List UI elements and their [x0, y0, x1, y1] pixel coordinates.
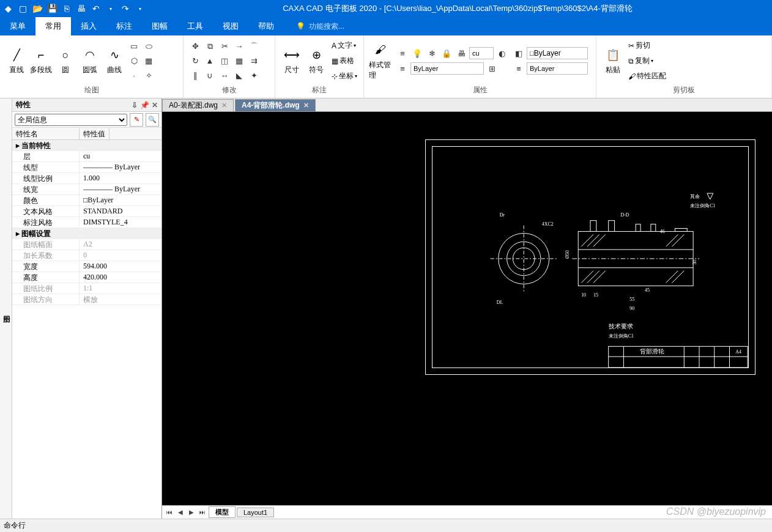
menu-common[interactable]: 常用 [35, 17, 71, 35]
tab-close-icon[interactable]: ✕ [221, 102, 227, 109]
filter-btn1[interactable]: ✎ [130, 113, 143, 127]
print-icon[interactable]: 🖶 [76, 3, 87, 14]
redo-icon[interactable]: ↷ [120, 3, 131, 14]
property-row[interactable]: 颜色□ByLayer [12, 195, 161, 206]
rect-icon[interactable]: ▭ [127, 40, 141, 53]
rotate-icon[interactable]: ↻ [188, 54, 202, 68]
trim-icon[interactable]: ✂ [218, 40, 231, 53]
array-icon[interactable]: ▦ [232, 54, 246, 68]
property-row[interactable]: 线型———— ByLayer [12, 162, 161, 173]
line-button[interactable]: ╱直线 [5, 40, 28, 83]
last-icon[interactable]: ⏭ [198, 508, 207, 517]
coord-button[interactable]: ⊹坐标▾ [332, 70, 357, 83]
property-row[interactable]: 层cu [12, 151, 161, 162]
new-icon[interactable]: ▢ [17, 3, 28, 14]
l4-icon[interactable]: 🖶 [455, 46, 468, 60]
break-icon[interactable]: ‖ [188, 69, 202, 83]
stretch-icon[interactable]: ↔ [218, 69, 231, 83]
poly-icon[interactable]: ⬡ [127, 54, 141, 68]
hatch-icon[interactable]: ▦ [142, 54, 155, 68]
property-row[interactable]: 宽度594.000 [12, 261, 161, 272]
lt2-icon[interactable]: ⊞ [485, 62, 499, 75]
l2-icon[interactable]: ❄ [425, 46, 439, 60]
linetype-combo[interactable]: ByLayer [410, 62, 484, 75]
save-icon[interactable]: 💾 [46, 3, 58, 14]
property-row[interactable]: 图纸方向横放 [12, 294, 161, 305]
text-button[interactable]: A文字▾ [332, 39, 357, 53]
point-icon[interactable]: · [127, 69, 141, 83]
tab-close-icon[interactable]: ✕ [303, 102, 309, 109]
explode-icon[interactable]: ✦ [247, 69, 261, 83]
doc-tab-0[interactable]: A0-装配图.dwg✕ [162, 99, 234, 111]
property-row[interactable]: 线宽———— ByLayer [12, 184, 161, 195]
layer-combo[interactable]: cu [469, 47, 494, 59]
arc-button[interactable]: ◠圆弧 [78, 40, 102, 83]
table-button[interactable]: ▦表格 [332, 54, 357, 68]
polyline-button[interactable]: ⌐多段线 [29, 40, 53, 83]
pin-icon[interactable]: ⇩ [132, 101, 138, 109]
property-row[interactable]: 高度420.000 [12, 272, 161, 283]
drawing-canvas[interactable]: Dr DL 4XC2 [162, 112, 772, 505]
property-row[interactable]: 图纸比例1:1 [12, 283, 161, 294]
fillet-icon[interactable]: ⌒ [247, 40, 261, 53]
layout-1[interactable]: Layout1 [237, 508, 274, 517]
menu-view[interactable]: 视图 [213, 17, 248, 35]
dimension-button[interactable]: ⟷尺寸 [280, 40, 303, 83]
paste-button[interactable]: 📋粘贴 [601, 40, 625, 83]
style-manager-button[interactable]: 🖌样式管理 [369, 40, 392, 83]
offset-icon[interactable]: ⇉ [247, 54, 261, 68]
prev-icon[interactable]: ◀ [176, 508, 185, 517]
match-button[interactable]: 🖌特性匹配 [628, 70, 666, 83]
ellipse-icon[interactable]: ⬭ [142, 40, 155, 53]
undo-icon[interactable]: ↶ [91, 3, 102, 14]
redo-drop-icon[interactable]: ▾ [135, 3, 146, 14]
layout-model[interactable]: 模型 [209, 506, 236, 518]
search-hint[interactable]: 💡 功能搜索... [296, 21, 344, 32]
cut-button[interactable]: ✂剪切 [628, 39, 666, 53]
properties-title: 特性 ⇩📌✕ [12, 98, 161, 112]
undo-drop-icon[interactable]: ▾ [105, 3, 116, 14]
menu-file[interactable]: 菜单 [0, 17, 35, 35]
move-icon[interactable]: ✥ [188, 40, 202, 53]
pin2-icon[interactable]: 📌 [140, 101, 149, 109]
command-line[interactable]: 命令行 [0, 519, 772, 532]
extend-icon[interactable]: → [232, 40, 246, 53]
filter-btn2[interactable]: 🔍 [146, 113, 159, 127]
l5-icon[interactable]: ◐ [495, 46, 508, 60]
filter-select[interactable]: 全局信息 [15, 114, 127, 126]
misc-icon[interactable]: ✧ [142, 69, 155, 83]
menu-help[interactable]: 帮助 [248, 17, 284, 35]
open-icon[interactable]: 📂 [32, 3, 43, 14]
property-row[interactable]: 加长系数0 [12, 250, 161, 261]
join-icon[interactable]: ∪ [203, 69, 217, 83]
first-icon[interactable]: ⏮ [165, 508, 174, 517]
color-combo[interactable]: □ ByLayer [527, 47, 588, 59]
doc-tab-1[interactable]: A4-背部滑轮.dwg✕ [235, 99, 316, 111]
menu-annotate[interactable]: 标注 [106, 17, 142, 35]
spline-button[interactable]: ∿曲线 [103, 40, 126, 83]
next-icon[interactable]: ▶ [187, 508, 196, 517]
saveall-icon[interactable]: ⎘ [61, 3, 72, 14]
c-icon[interactable]: ◧ [512, 46, 525, 60]
property-row[interactable]: 线型比例1.000 [12, 173, 161, 184]
l-icon[interactable]: 💡 [410, 46, 424, 60]
property-row[interactable]: 图纸幅面A2 [12, 239, 161, 250]
circle-button[interactable]: ○圆 [54, 40, 77, 83]
copy-button[interactable]: ⧉复制▾ [628, 54, 666, 68]
menu-sheet[interactable]: 图幅 [142, 17, 177, 35]
property-row[interactable]: 文本风格STANDARD [12, 206, 161, 217]
property-row[interactable]: 标注风格DIMSTYLE_4 [12, 217, 161, 228]
layer-icon[interactable]: ≡ [396, 46, 409, 60]
lt-icon[interactable]: ≡ [396, 62, 409, 75]
lw-icon[interactable]: ≡ [512, 62, 525, 75]
scale-icon[interactable]: ◫ [218, 54, 231, 68]
close-icon[interactable]: ✕ [152, 101, 158, 109]
menu-tools[interactable]: 工具 [177, 17, 213, 35]
copy-icon[interactable]: ⧉ [203, 40, 217, 53]
symbol-button[interactable]: ⊕符号 [305, 40, 328, 83]
chamfer-icon[interactable]: ◣ [232, 69, 246, 83]
l3-icon[interactable]: 🔒 [440, 46, 453, 60]
mirror-icon[interactable]: ▲ [203, 54, 217, 68]
menu-insert[interactable]: 插入 [71, 17, 106, 35]
lineweight-combo[interactable]: ByLayer [527, 62, 588, 75]
